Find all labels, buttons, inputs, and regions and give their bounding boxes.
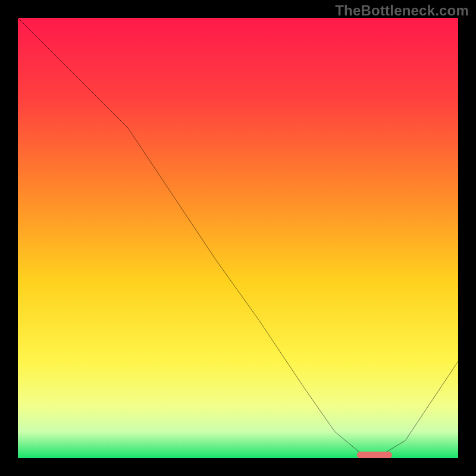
chart-frame: TheBottleneck.com xyxy=(0,0,476,476)
watermark-text: TheBottleneck.com xyxy=(335,2,469,19)
chart-plot xyxy=(18,18,458,458)
optimal-range-marker xyxy=(357,452,392,458)
